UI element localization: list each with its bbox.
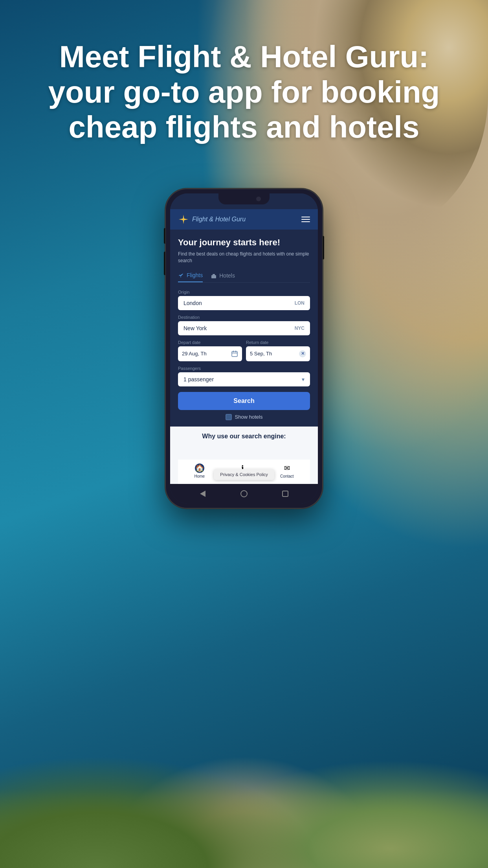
nav-contact[interactable]: ✉ Contact xyxy=(280,463,294,478)
menu-button[interactable] xyxy=(301,217,310,222)
tab-flights[interactable]: Flights xyxy=(178,272,203,282)
tab-hotels-label: Hotels xyxy=(219,272,235,279)
return-group: Return date 5 Sep, Th ✕ xyxy=(246,340,310,361)
hotel-icon xyxy=(211,272,217,279)
phone-outer: Flight & Hotel Guru Your journey starts … xyxy=(165,189,323,508)
show-hotels-row: Show hotels xyxy=(178,414,310,420)
depart-group: Depart date 29 Aug, Th xyxy=(178,340,242,361)
destination-label: Destination xyxy=(178,315,310,320)
volume-down-button xyxy=(164,252,165,275)
destination-value: New York xyxy=(183,325,207,331)
phone-main-content: Your journey starts here! Find the best … xyxy=(170,230,318,420)
nav-home[interactable]: 🏠 Home xyxy=(194,463,205,478)
origin-value: London xyxy=(183,300,202,306)
volume-up-button xyxy=(164,228,165,244)
destination-group: Destination New York NYC xyxy=(178,315,310,335)
home-button[interactable] xyxy=(240,490,248,498)
app-logo: Flight & Hotel Guru xyxy=(178,214,246,225)
calendar-icon xyxy=(231,350,238,357)
return-value: 5 Sep, Th xyxy=(250,351,272,357)
passengers-group: Passengers 1 passenger ▾ xyxy=(178,366,310,386)
nav-home-label: Home xyxy=(194,474,205,478)
origin-label: Origin xyxy=(178,290,310,294)
origin-group: Origin London LON xyxy=(178,290,310,310)
search-button[interactable]: Search xyxy=(178,392,310,410)
journey-subtitle: Find the best deals on cheap flights and… xyxy=(178,251,310,264)
passengers-label: Passengers xyxy=(178,366,310,371)
origin-code: LON xyxy=(295,300,305,306)
compass-icon xyxy=(178,214,189,225)
return-field[interactable]: 5 Sep, Th ✕ xyxy=(246,346,310,361)
cookie-text: Privacy & Cookies Policy xyxy=(220,472,268,477)
app-header: Flight & Hotel Guru xyxy=(170,209,318,230)
journey-title: Your journey starts here! xyxy=(178,237,310,248)
passengers-chevron-icon: ▾ xyxy=(302,376,305,383)
svg-rect-2 xyxy=(213,274,215,276)
depart-value: 29 Aug, Th xyxy=(182,351,207,357)
phone-notch xyxy=(218,193,270,204)
depart-field[interactable]: 29 Aug, Th xyxy=(178,346,242,361)
destination-field[interactable]: New York NYC xyxy=(178,321,310,335)
svg-point-0 xyxy=(182,218,185,221)
show-hotels-checkbox[interactable] xyxy=(226,414,232,420)
contact-icon: ✉ xyxy=(282,463,292,473)
phone-mockup: Flight & Hotel Guru Your journey starts … xyxy=(165,189,323,508)
back-button[interactable] xyxy=(199,490,207,498)
tab-flights-label: Flights xyxy=(187,272,203,278)
tab-hotels[interactable]: Hotels xyxy=(211,272,235,282)
power-button xyxy=(323,236,324,259)
depart-label: Depart date xyxy=(178,340,242,345)
phone-screen: Flight & Hotel Guru Your journey starts … xyxy=(170,193,318,504)
svg-rect-3 xyxy=(213,276,215,278)
why-title: Why use our search engine: xyxy=(178,433,310,440)
show-hotels-label: Show hotels xyxy=(235,414,263,420)
home-icon: 🏠 xyxy=(195,463,204,473)
cookie-banner[interactable]: Privacy & Cookies Policy xyxy=(214,469,274,480)
svg-rect-4 xyxy=(232,351,237,357)
clear-return-button[interactable]: ✕ xyxy=(299,350,306,357)
search-tabs: Flights Hotels xyxy=(178,272,310,283)
hero-title: Meet Flight & Hotel Guru: your go-to app… xyxy=(31,39,457,145)
date-row: Depart date 29 Aug, Th Retur xyxy=(178,340,310,361)
return-label: Return date xyxy=(246,340,310,345)
flight-icon xyxy=(178,272,184,278)
origin-field[interactable]: London LON xyxy=(178,296,310,310)
recents-button[interactable] xyxy=(281,490,289,498)
hero-section: Meet Flight & Hotel Guru: your go-to app… xyxy=(0,39,488,145)
nav-contact-label: Contact xyxy=(280,474,294,478)
passengers-value: 1 passenger xyxy=(183,376,214,383)
why-section: Why use our search engine: Privacy & Coo… xyxy=(170,427,318,484)
phone-home-bar xyxy=(170,484,318,504)
app-logo-text: Flight & Hotel Guru xyxy=(192,216,246,223)
passengers-field[interactable]: 1 passenger ▾ xyxy=(178,372,310,386)
destination-code: NYC xyxy=(295,326,305,331)
